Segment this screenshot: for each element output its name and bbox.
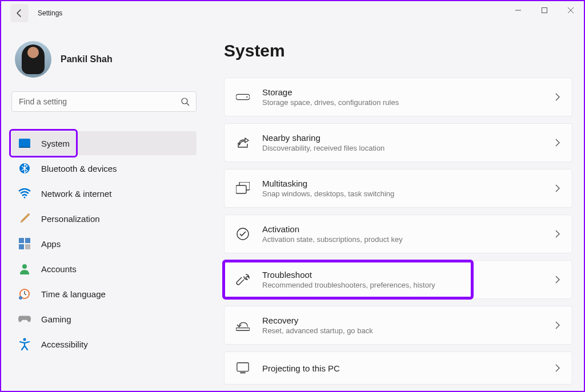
nav-label: Network & internet (41, 189, 111, 199)
system-icon (18, 137, 31, 149)
tile-title: Nearby sharing (262, 133, 542, 143)
tile-nearby-sharing[interactable]: Nearby sharing Discoverability, received… (224, 123, 572, 162)
tile-title: Troubleshoot (262, 270, 542, 280)
clock-icon (18, 288, 31, 300)
back-button[interactable] (10, 4, 29, 22)
maximize-icon (541, 7, 548, 14)
chevron-right-icon (555, 138, 560, 147)
app-title: Settings (38, 9, 62, 17)
user-name: Pankil Shah (61, 54, 113, 64)
nav-label: Bluetooth & devices (41, 164, 117, 173)
tile-sub: Reset, advanced startup, go back (262, 326, 542, 335)
bluetooth-icon (18, 162, 31, 175)
svg-rect-10 (19, 244, 24, 249)
minimize-icon (515, 7, 522, 14)
tile-sub: Discoverability, received files location (262, 144, 542, 152)
svg-rect-9 (25, 238, 30, 243)
svg-rect-4 (19, 139, 30, 147)
tile-multitasking[interactable]: Multitasking Snap windows, desktops, tas… (224, 169, 572, 208)
nav-accounts[interactable]: Accounts (11, 257, 197, 281)
tile-activation[interactable]: Activation Activation state, subscriptio… (224, 215, 572, 253)
check-circle-icon (236, 227, 250, 241)
tile-title: Multitasking (262, 179, 542, 188)
chevron-right-icon (555, 92, 560, 102)
wifi-icon (18, 187, 31, 200)
chevron-right-icon (555, 363, 560, 373)
avatar (15, 41, 51, 78)
share-icon (236, 136, 250, 149)
tile-storage[interactable]: Storage Storage space, drives, configura… (224, 78, 572, 116)
tile-sub: Storage space, drives, configuration rul… (262, 98, 542, 107)
svg-rect-8 (19, 238, 24, 243)
tile-troubleshoot[interactable]: Troubleshoot Recommended troubleshooters… (224, 260, 572, 299)
storage-icon (236, 90, 250, 104)
svg-point-12 (22, 264, 27, 269)
chevron-right-icon (555, 184, 560, 193)
projecting-icon (236, 361, 250, 375)
tile-sub: Recommended troubleshooters, preferences… (262, 281, 542, 289)
nav-label: Personalization (41, 214, 100, 224)
brush-icon (18, 212, 31, 225)
nav-label: Time & language (41, 289, 106, 299)
svg-point-2 (182, 98, 187, 104)
svg-point-18 (246, 96, 247, 98)
accounts-icon (18, 262, 31, 275)
apps-icon (18, 237, 31, 250)
svg-point-7 (24, 197, 26, 199)
nav-label: Apps (41, 239, 61, 249)
search-input[interactable] (11, 91, 197, 112)
tile-title: Projecting to this PC (262, 363, 542, 373)
tile-title: Recovery (262, 316, 542, 325)
tile-title: Storage (262, 87, 542, 97)
wrench-icon (236, 273, 250, 286)
svg-rect-11 (25, 244, 30, 249)
nav-apps[interactable]: Apps (11, 232, 197, 256)
arrow-left-icon (15, 9, 24, 18)
tile-title: Activation (262, 224, 542, 234)
svg-rect-1 (542, 8, 547, 13)
svg-line-3 (187, 103, 189, 106)
nav-label: Gaming (41, 314, 71, 324)
nav-gaming[interactable]: Gaming (11, 307, 197, 331)
nav-accessibility[interactable]: Accessibility (11, 332, 197, 356)
close-button[interactable] (558, 1, 584, 19)
recovery-icon (236, 318, 250, 332)
svg-rect-24 (240, 372, 245, 373)
nav-label: Accessibility (41, 340, 88, 349)
search-icon (181, 97, 190, 106)
chevron-right-icon (555, 275, 560, 284)
nav-time[interactable]: Time & language (11, 282, 197, 306)
minimize-button[interactable] (505, 1, 531, 19)
nav-personalization[interactable]: Personalization (11, 207, 197, 231)
svg-rect-23 (237, 363, 249, 371)
nav-label: Accounts (41, 264, 77, 274)
nav-network[interactable]: Network & internet (11, 181, 197, 205)
nav-bluetooth[interactable]: Bluetooth & devices (11, 156, 197, 180)
chevron-right-icon (555, 321, 560, 330)
multitasking-icon (236, 181, 250, 195)
nav-label: System (41, 139, 70, 148)
accessibility-icon (18, 338, 31, 350)
maximize-button[interactable] (531, 1, 558, 19)
svg-rect-22 (236, 328, 250, 331)
nav: System Bluetooth & devices Network & int… (11, 131, 197, 356)
tile-sub: Snap windows, desktops, task switching (262, 189, 542, 198)
page-title: System (224, 41, 572, 60)
svg-point-15 (19, 296, 22, 300)
user-profile[interactable]: Pankil Shah (11, 41, 197, 78)
gamepad-icon (18, 313, 31, 325)
tile-recovery[interactable]: Recovery Reset, advanced startup, go bac… (224, 306, 572, 345)
close-icon (567, 7, 574, 14)
tile-projecting[interactable]: Projecting to this PC (224, 351, 572, 385)
chevron-right-icon (555, 229, 560, 239)
svg-rect-20 (236, 185, 246, 193)
svg-rect-5 (19, 147, 30, 148)
tile-sub: Activation state, subscriptions, product… (262, 235, 542, 244)
svg-point-16 (23, 338, 26, 341)
nav-system[interactable]: System (11, 131, 197, 155)
